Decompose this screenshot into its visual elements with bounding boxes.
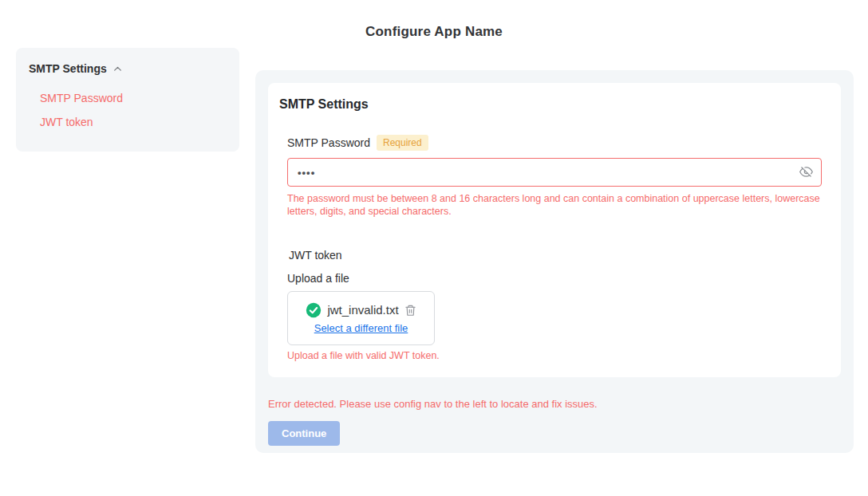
smtp-settings-card: SMTP Settings SMTP Password Required The… — [268, 83, 841, 377]
sidebar-item-smtp-password[interactable]: SMTP Password — [29, 86, 227, 110]
card-title: SMTP Settings — [279, 97, 822, 112]
page-title: Configure App Name — [0, 0, 868, 40]
sidebar-section-smtp-settings[interactable]: SMTP Settings — [29, 62, 227, 75]
form-error-message: Error detected. Please use config nav to… — [268, 398, 841, 410]
config-panel: SMTP Settings SMTP Password Required The… — [255, 70, 854, 453]
trash-icon[interactable] — [404, 304, 416, 317]
sidebar-item-jwt-token[interactable]: JWT token — [29, 110, 227, 134]
continue-button[interactable]: Continue — [268, 421, 340, 446]
file-upload-box: jwt_invalid.txt Select a different file — [287, 291, 435, 345]
jwt-token-label: JWT token — [289, 249, 822, 262]
jwt-token-field: JWT token Upload a file jwt_invalid.txt — [287, 249, 822, 361]
sidebar-section-label: SMTP Settings — [29, 62, 107, 75]
upload-file-label: Upload a file — [287, 272, 822, 285]
smtp-password-input[interactable] — [288, 159, 821, 186]
required-badge: Required — [377, 135, 428, 151]
eye-off-icon[interactable] — [799, 165, 813, 179]
smtp-password-label: SMTP Password — [287, 136, 370, 149]
smtp-password-field: SMTP Password Required The password must… — [287, 135, 822, 218]
sidebar-nav: SMTP Password JWT token — [29, 86, 227, 134]
password-error-text: The password must be between 8 and 16 ch… — [287, 192, 822, 218]
uploaded-file-name: jwt_invalid.txt — [327, 303, 398, 317]
chevron-up-icon — [112, 64, 123, 74]
smtp-password-input-wrap — [287, 158, 822, 187]
check-circle-icon — [306, 302, 322, 318]
select-different-file-link[interactable]: Select a different file — [314, 322, 408, 334]
config-nav-sidebar: SMTP Settings SMTP Password JWT token — [16, 48, 239, 152]
jwt-error-text: Upload a file with valid JWT token. — [287, 350, 822, 361]
